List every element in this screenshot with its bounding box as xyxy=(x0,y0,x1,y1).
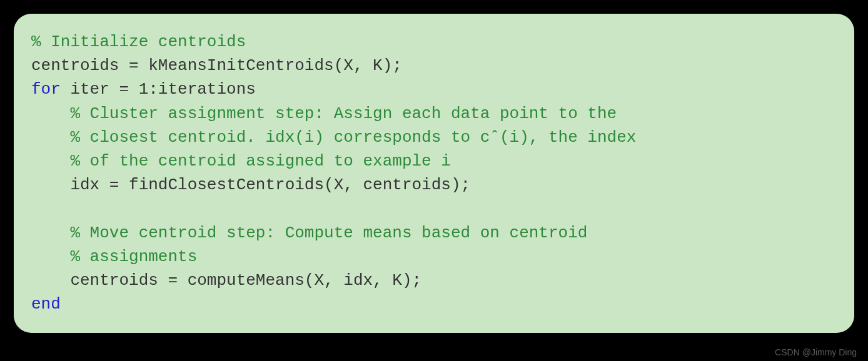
code-comment-line4: % Cluster assignment step: Assign each d… xyxy=(31,104,617,123)
code-keyword-for: for xyxy=(31,80,61,99)
watermark: CSDN @Jimmy Ding xyxy=(775,347,857,357)
code-line11: centroids = computeMeans(X, idx, K); xyxy=(31,271,421,290)
code-block: % Initialize centroids centroids = kMean… xyxy=(14,14,854,333)
code-comment-line9: % Move centroid step: Compute means base… xyxy=(31,224,587,242)
code-line3-rest: iter = 1:iterations xyxy=(61,80,256,99)
code-comment-line10: % assignments xyxy=(31,247,197,266)
code-line2: centroids = kMeansInitCentroids(X, K); xyxy=(31,56,402,75)
code-comment-line6: % of the centroid assigned to example i xyxy=(31,152,451,171)
code-comment-line5: % closest centroid. idx(i) corresponds t… xyxy=(31,128,636,147)
code-comment-line1: % Initialize centroids xyxy=(31,32,246,51)
code-keyword-end: end xyxy=(31,295,61,314)
code-line7: idx = findClosestCentroids(X, centroids)… xyxy=(31,176,470,194)
